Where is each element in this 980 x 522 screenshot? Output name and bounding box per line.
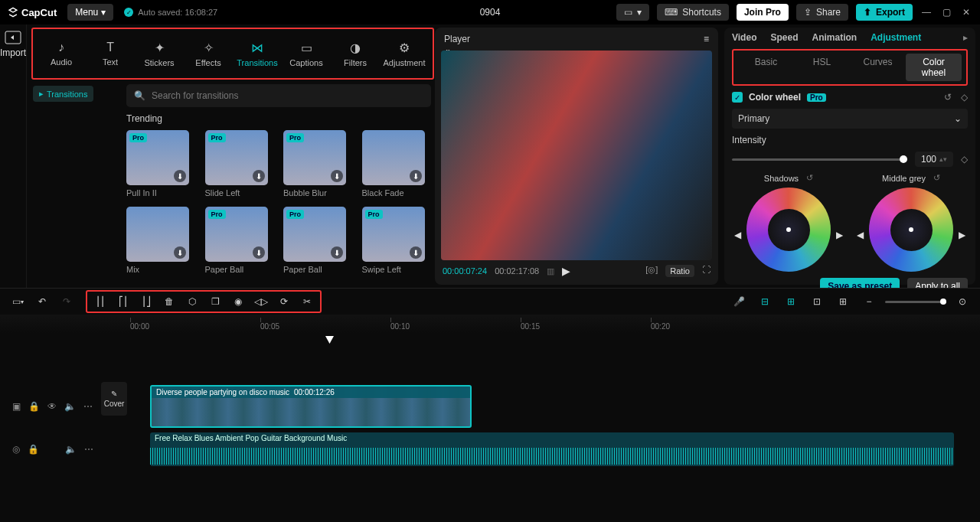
layout-button[interactable]: ▭▾ [616, 4, 649, 21]
zoom-out-button[interactable]: − [859, 293, 879, 310]
adjust-subtab-curves[interactable]: Curves [850, 54, 906, 81]
reset-icon[interactable]: ↺ [806, 173, 813, 183]
compare-icon[interactable]: ▥ [547, 266, 554, 276]
download-icon[interactable]: ⬇ [174, 170, 186, 182]
download-icon[interactable]: ⬇ [410, 246, 422, 259]
zoom-fit-button[interactable]: ⊙ [952, 293, 972, 310]
ratio-button[interactable]: Ratio [665, 265, 694, 277]
share-button[interactable]: ⇪Share [796, 4, 848, 21]
adjust-subtab-color-wheel[interactable]: Color wheel [906, 54, 962, 81]
selection-tool[interactable]: ▭▾ [8, 293, 28, 310]
keyframe-icon[interactable]: ◇ [961, 154, 968, 165]
import-button[interactable]: Import [0, 31, 26, 58]
search-input[interactable]: 🔍 Search for transitions [126, 84, 431, 107]
track-toggle-icon[interactable]: ◎ [12, 444, 20, 455]
download-icon[interactable]: ⬇ [174, 246, 186, 259]
mic-button[interactable]: 🎤 [729, 293, 749, 310]
wheel-left-arrow[interactable]: ◀ [734, 230, 741, 240]
rotate-tool[interactable]: ⟳ [274, 293, 294, 310]
transition-thumb[interactable]: Pro⬇Paper Ball [283, 207, 353, 274]
intensity-value[interactable]: 100▴▾ [915, 152, 953, 167]
fullscreen-icon[interactable]: ⛶ [702, 265, 710, 277]
mute-icon[interactable]: 🔈 [64, 401, 76, 412]
lock-icon[interactable]: 🔒 [28, 401, 40, 412]
player-viewport[interactable] [441, 51, 712, 260]
lock-icon[interactable]: 🔒 [28, 444, 39, 455]
download-icon[interactable]: ⬇ [331, 246, 343, 259]
wheel-right-arrow[interactable]: ▶ [836, 230, 843, 240]
adjust-tab-video[interactable]: Video [732, 32, 756, 43]
shadows-colorwheel[interactable] [746, 188, 831, 272]
primary-dropdown[interactable]: Primary⌄ [732, 109, 968, 129]
mute-icon[interactable]: 🔈 [65, 444, 77, 455]
adjust-subtab-hsl[interactable]: HSL [794, 54, 850, 81]
track-toggle-icon[interactable]: ▣ [12, 401, 21, 412]
crop-tool[interactable]: ✂ [297, 293, 317, 310]
transition-thumb[interactable]: Pro⬇Pull In II [126, 130, 196, 197]
middlegrey-colorwheel[interactable] [869, 188, 953, 272]
wheel-right-arrow[interactable]: ▶ [959, 230, 965, 240]
download-icon[interactable]: ⬇ [410, 170, 422, 182]
split-tool[interactable]: ⎮⎮ [90, 293, 110, 310]
adjust-tab-adjustment[interactable]: Adjustment [871, 32, 921, 43]
adjust-subtab-basic[interactable]: Basic [738, 54, 794, 81]
marker-tool[interactable]: ⬡ [182, 293, 202, 310]
transition-thumb[interactable]: Pro⬇Bubble Blur [283, 130, 353, 197]
reset-icon[interactable]: ↺ [933, 173, 940, 183]
lib-tab-stickers[interactable]: ✦Stickers [139, 41, 180, 67]
transition-thumb[interactable]: Pro⬇Slide Left [205, 130, 275, 197]
player-menu-icon[interactable]: ≡ [704, 34, 709, 44]
split-right-tool[interactable]: ⎮⎦ [136, 293, 156, 310]
transition-thumb[interactable]: ⬇Black Fade [362, 130, 432, 197]
close-button[interactable]: ✕ [960, 6, 972, 18]
more-icon[interactable]: ⋯ [84, 444, 93, 455]
transitions-category[interactable]: ▸ Transitions [33, 86, 93, 102]
download-icon[interactable]: ⬇ [253, 246, 265, 259]
download-icon[interactable]: ⬇ [331, 170, 343, 182]
preview-toggle[interactable]: ⊞ [833, 293, 853, 310]
lib-tab-filters[interactable]: ◑Filters [335, 41, 376, 67]
lib-tab-captions[interactable]: ▭Captions [286, 41, 327, 67]
adjust-tab-speed[interactable]: Speed [770, 32, 798, 43]
lib-tab-audio[interactable]: ♪Audio [41, 41, 82, 67]
more-icon[interactable]: ⋯ [83, 401, 93, 412]
magnetic-toggle[interactable]: ⊟ [755, 293, 775, 310]
diamond-icon[interactable]: ◇ [961, 92, 968, 103]
download-icon[interactable]: ⬇ [253, 170, 265, 182]
transition-thumb[interactable]: Pro⬇Swipe Left [362, 207, 432, 274]
lib-tab-adjustment[interactable]: ⚙Adjustment [384, 41, 425, 67]
adjust-tab-animation[interactable]: Animation [812, 32, 857, 43]
playmark-tool[interactable]: ◉ [228, 293, 248, 310]
audio-clip[interactable]: Free Relax Blues Ambient Pop Guitar Back… [150, 432, 954, 466]
export-button[interactable]: ⬆Export [856, 4, 913, 21]
maximize-button[interactable]: ▢ [940, 6, 952, 18]
reset-icon[interactable]: ↺ [944, 92, 952, 103]
play-button[interactable]: ▶ [562, 265, 570, 277]
lib-tab-transitions[interactable]: ⋈Transitions [237, 41, 278, 67]
split-left-tool[interactable]: ⎡⎮ [113, 293, 133, 310]
redo-button[interactable]: ↷ [57, 293, 77, 310]
tabs-more-icon[interactable]: ▸ [963, 32, 968, 43]
transition-thumb[interactable]: ⬇Mix [126, 207, 196, 274]
video-clip[interactable]: Diverse people partying on disco music00… [150, 385, 472, 428]
minimize-button[interactable]: — [920, 6, 933, 18]
lib-tab-text[interactable]: TText [90, 41, 131, 67]
menu-button[interactable]: Menu ▾ [67, 4, 113, 21]
wheel-left-arrow[interactable]: ◀ [857, 230, 864, 240]
intensity-slider[interactable] [732, 158, 907, 161]
scale-icon[interactable]: [◎] [645, 265, 658, 277]
duplicate-tool[interactable]: ❐ [205, 293, 225, 310]
join-pro-button[interactable]: Join Pro [737, 4, 789, 21]
undo-button[interactable]: ↶ [32, 293, 52, 310]
transition-thumb[interactable]: Pro⬇Paper Ball [205, 207, 275, 274]
link-toggle[interactable]: ⊞ [781, 293, 801, 310]
lib-tab-effects[interactable]: ✧Effects [188, 41, 229, 67]
cover-button[interactable]: ✎ Cover [101, 382, 127, 416]
shortcuts-button[interactable]: ⌨Shortcuts [657, 4, 729, 21]
snap-toggle[interactable]: ⊡ [807, 293, 827, 310]
colorwheel-checkbox[interactable]: ✓ [732, 92, 743, 103]
delete-tool[interactable]: 🗑 [159, 293, 179, 310]
zoom-slider[interactable] [885, 301, 946, 303]
mirror-tool[interactable]: ◁▷ [251, 293, 271, 310]
eye-icon[interactable]: 👁 [47, 401, 57, 412]
